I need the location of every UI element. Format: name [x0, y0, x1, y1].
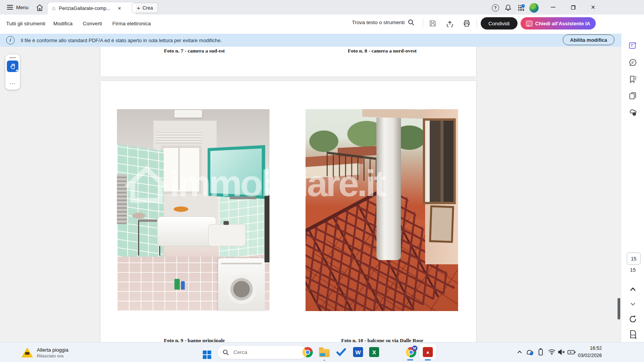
watermark: immobiliare.it [123, 159, 461, 207]
menu-tutti-gli-strumenti[interactable]: Tutti gli strumenti [5, 15, 47, 32]
chevron-up-icon [630, 287, 636, 291]
taskbar-excel[interactable]: X [368, 346, 380, 358]
quick-tools-pill: ... [5, 54, 20, 90]
date-label: 03/02/2026 [564, 352, 602, 359]
tray-show-hidden-icons[interactable] [514, 346, 524, 358]
tray-device[interactable] [536, 346, 546, 358]
find-tools-button[interactable]: Trova testo o strumenti [352, 19, 414, 26]
print-button[interactable] [461, 18, 472, 29]
account-button[interactable] [529, 3, 539, 12]
ai-assistant-button[interactable]: Chiedi all’Assistente IA [521, 17, 596, 29]
document-tab[interactable]: ☆ PeriziaGallarate-comp... ✕ [48, 2, 136, 15]
copy-pages-icon [629, 92, 637, 100]
photo-balcony [306, 109, 458, 311]
menu-firma-elettronica[interactable]: Firma elettronica [111, 15, 153, 32]
hand-icon [10, 63, 16, 70]
total-pages-label: 15 [621, 267, 644, 273]
taskbar-todo-app[interactable] [335, 346, 347, 358]
weather-subtitle: Rilasciato ora [37, 354, 68, 358]
ai-assistant-panel-button[interactable] [626, 39, 639, 52]
minimize-button[interactable] [544, 0, 562, 15]
restore-icon [571, 5, 575, 10]
weather-widget[interactable]: Allerta pioggia Rilasciato ora [19, 344, 71, 360]
taskbar-word[interactable]: W [352, 346, 364, 358]
assistant-chat-icon [526, 21, 532, 26]
apps-button[interactable] [516, 3, 526, 12]
menu-label: Menu [16, 5, 29, 10]
hand-tool-button[interactable] [7, 61, 18, 72]
crea-button[interactable]: + Crea [132, 3, 158, 13]
restore-button[interactable] [564, 0, 582, 15]
start-button[interactable] [203, 351, 211, 359]
more-tools-button[interactable]: ... [5, 77, 20, 87]
close-button[interactable]: ✕ [584, 0, 602, 15]
photo-bathroom [117, 109, 269, 311]
photo-ac-unit [174, 110, 202, 118]
taskbar-clock[interactable]: 16:52 03/02/2026 [564, 345, 602, 359]
print-icon [463, 20, 470, 27]
taskbar-chrome[interactable] [301, 346, 314, 358]
attachments-panel-button[interactable]: i [626, 106, 639, 119]
comment-icon [629, 58, 637, 67]
tab-close-icon[interactable]: ✕ [118, 6, 122, 11]
drag-handle[interactable] [9, 57, 16, 58]
wifi-icon [548, 349, 556, 355]
vertical-scrollbar-thumb[interactable] [618, 298, 620, 319]
tray-onedrive[interactable] [524, 346, 534, 358]
menu-converti[interactable]: Converti [81, 15, 104, 32]
previous-page-button[interactable] [626, 283, 639, 296]
apps-grid-icon [518, 5, 524, 11]
share-button[interactable]: Condividi [481, 17, 518, 29]
time-label: 16:52 [564, 345, 602, 352]
avatar [529, 3, 539, 13]
apps-notification-dot [521, 4, 525, 8]
toolbar-divider [423, 19, 423, 28]
running-indicator [407, 359, 413, 360]
actual-size-icon: 1:1 [629, 330, 637, 339]
plus-icon: + [137, 5, 140, 11]
photo-wall-frame [429, 205, 454, 243]
star-icon[interactable]: ☆ [51, 5, 56, 11]
usb-device-icon [538, 348, 544, 356]
document-viewport[interactable]: Foto n. 7 - camera a sud-est Foto n. 8 -… [0, 47, 621, 342]
save-button[interactable] [427, 18, 439, 29]
menu-modifica[interactable]: Modifica [52, 15, 74, 32]
taskbar-acrobat[interactable]: ▲ [422, 346, 434, 358]
upload-button[interactable] [444, 18, 455, 29]
page-thumbnails-button[interactable] [626, 89, 639, 102]
photo-sink [208, 224, 246, 246]
find-label: Trova testo o strumenti [352, 20, 405, 25]
tab-title: PeriziaGallarate-comp... [59, 6, 115, 11]
comments-panel-button[interactable] [626, 56, 639, 69]
word-icon: W [353, 347, 363, 357]
notifications-button[interactable] [503, 3, 513, 12]
chevron-down-icon [630, 302, 636, 306]
rotate-page-button[interactable] [626, 313, 639, 326]
menu-button[interactable]: Menu [4, 2, 32, 13]
info-icon: i [6, 36, 15, 44]
next-page-button[interactable] [626, 297, 639, 310]
acrobat-window: Menu ☆ PeriziaGallarate-comp... ✕ + Crea… [0, 0, 644, 362]
running-indicator [324, 360, 325, 361]
minimize-icon [551, 7, 555, 8]
chevron-up-icon [517, 351, 522, 354]
taskbar-search-input[interactable] [233, 349, 284, 355]
home-button[interactable] [34, 3, 44, 13]
help-button[interactable]: ? [491, 3, 500, 12]
bookmarks-panel-button[interactable] [626, 73, 639, 86]
bookmark-icon [629, 75, 637, 84]
profile-badge: M [412, 346, 417, 351]
taskbar-chrome-profile[interactable]: M [405, 346, 417, 358]
taskbar-search[interactable] [217, 345, 307, 359]
assistant-label: Chiedi all’Assistente IA [535, 21, 590, 26]
page-number-input[interactable] [627, 252, 641, 265]
actual-size-button[interactable]: 1:1 [626, 328, 639, 341]
right-tools-panel: i 15 1:1 [621, 32, 644, 342]
upload-icon [446, 20, 453, 27]
pdf-page-current: immobiliare.it Foto n. 9 - bagno princip… [100, 81, 476, 342]
tray-wifi[interactable] [547, 346, 557, 358]
taskbar-file-explorer[interactable] [318, 346, 330, 358]
search-icon [223, 349, 229, 355]
hamburger-icon [7, 5, 13, 10]
enable-editing-button[interactable]: Abilita modifica [563, 34, 614, 45]
